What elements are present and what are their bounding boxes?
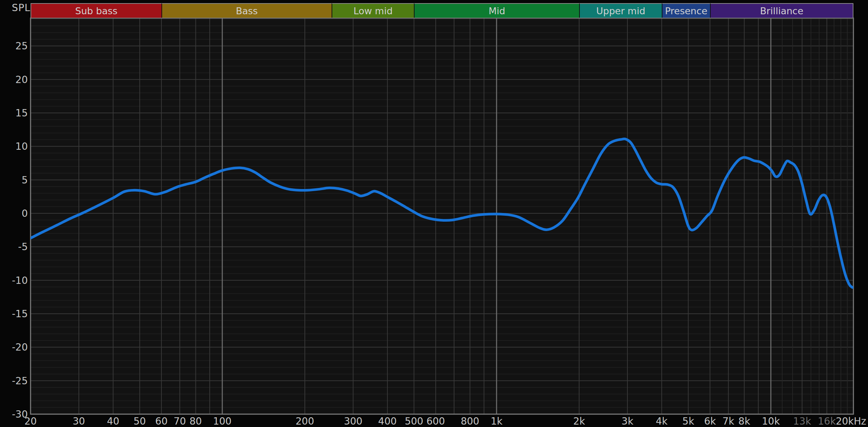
x-tick-label-7k: 7k [723, 416, 734, 427]
x-tick-label-1k: 1k [491, 416, 502, 427]
chart-canvas [0, 0, 868, 427]
x-tick-label-6k: 6k [704, 416, 716, 427]
y-tick-label-15: 15 [3, 107, 28, 118]
x-tick-label-80: 80 [190, 416, 202, 427]
x-tick-label-400: 400 [378, 416, 397, 427]
x-tick-label-20kHz: 20kHz [836, 416, 866, 427]
x-tick-label-8k: 8k [738, 416, 750, 427]
x-tick-label-100: 100 [213, 416, 231, 427]
y-tick-label--10: -10 [3, 274, 28, 286]
plot-area [31, 18, 853, 414]
y-tick-label--5: -5 [3, 241, 28, 253]
band-presence: Presence [662, 3, 710, 18]
x-tick-label-500: 500 [405, 416, 423, 427]
x-tick-label-40: 40 [107, 416, 119, 427]
band-brilliance: Brilliance [710, 3, 853, 18]
x-tick-label-200: 200 [295, 416, 314, 427]
frequency-response-chart: SPL Sub bassBassLow midMidUpper midPrese… [0, 0, 868, 427]
x-tick-label-20: 20 [24, 416, 37, 427]
x-tick-label-30: 30 [73, 416, 85, 427]
x-tick-label-16k: 16k [818, 416, 836, 427]
y-tick-label-5: 5 [3, 174, 28, 186]
x-tick-label-50: 50 [134, 416, 146, 427]
band-label-low-mid: Low mid [353, 6, 393, 16]
x-tick-label-70: 70 [174, 416, 186, 427]
band-label-upper-mid: Upper mid [596, 6, 645, 16]
x-tick-label-2k: 2k [573, 416, 585, 427]
frequency-band-strip: Sub bassBassLow midMidUpper midPresenceB… [0, 0, 868, 18]
x-tick-label-300: 300 [344, 416, 362, 427]
band-label-mid: Mid [489, 6, 505, 16]
band-low-mid: Low mid [332, 3, 414, 18]
x-tick-label-3k: 3k [621, 416, 633, 427]
x-tick-label-4k: 4k [656, 416, 668, 427]
y-tick-label-25: 25 [3, 40, 28, 52]
y-tick-label--20: -20 [3, 342, 28, 353]
y-tick-label--15: -15 [3, 308, 28, 320]
band-label-sub-bass: Sub bass [75, 6, 118, 16]
x-tick-label-600: 600 [426, 416, 445, 427]
x-tick-label-13k: 13k [793, 416, 811, 427]
x-tick-label-10k: 10k [762, 416, 780, 427]
band-upper-mid: Upper mid [579, 3, 662, 18]
y-tick-label--25: -25 [3, 375, 28, 386]
band-bass: Bass [161, 3, 332, 18]
band-label-presence: Presence [665, 6, 707, 16]
x-tick-label-800: 800 [461, 416, 479, 427]
x-tick-label-5k: 5k [682, 416, 694, 427]
band-mid: Mid [414, 3, 579, 18]
band-sub-bass: Sub bass [31, 3, 161, 18]
y-tick-label-20: 20 [3, 74, 28, 85]
x-tick-label-60: 60 [155, 416, 168, 427]
band-label-bass: Bass [236, 6, 258, 16]
y-tick-label-10: 10 [3, 141, 28, 152]
band-label-brilliance: Brilliance [760, 6, 803, 16]
y-tick-label-0: 0 [3, 208, 28, 219]
